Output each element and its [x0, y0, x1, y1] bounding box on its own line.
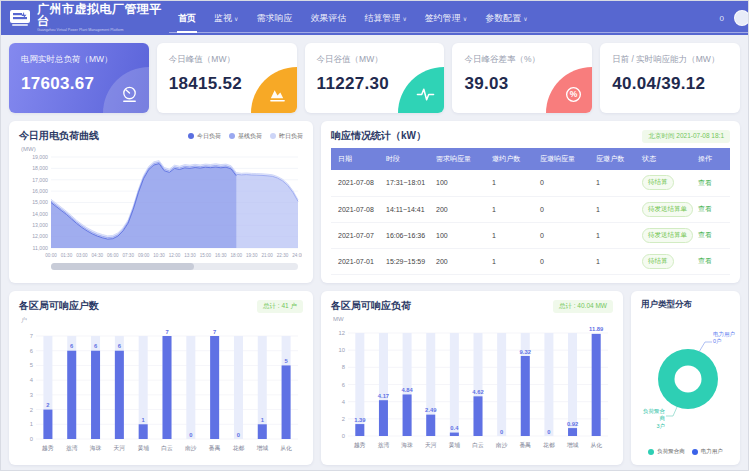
- load-curve-chart: 19,00018,00017,00016,00015,00014,00013,0…: [19, 152, 302, 260]
- svg-text:03:00: 03:00: [76, 253, 88, 258]
- svg-text:21:00: 21:00: [261, 253, 273, 258]
- app-logo: 广州市虚拟电厂管理平台 Guangzhou Virtual Power Plan…: [9, 3, 169, 33]
- user-type-panel: 用户类型分布 电力用户 0户 负荷聚合商 3户 负荷聚合商 电力用户: [631, 291, 740, 465]
- svg-text:00:00: 00:00: [45, 253, 57, 258]
- svg-text:7: 7: [213, 329, 216, 335]
- svg-text:6: 6: [30, 348, 33, 354]
- callout-load-aggregator: 负荷聚合商 3户: [641, 408, 665, 430]
- chart-scrollbar-thumb[interactable]: [51, 263, 194, 270]
- view-link[interactable]: 查看: [698, 179, 712, 186]
- chart-scrollbar[interactable]: [51, 263, 298, 270]
- legend-item-baseline-load[interactable]: 基线负荷: [229, 132, 262, 141]
- svg-text:13:30: 13:30: [184, 253, 196, 258]
- svg-text:10: 10: [339, 347, 345, 353]
- responsive-load-panel: 各区局可响应负荷 总计 : 40.04 MW MW 0246810121.39越…: [321, 291, 623, 465]
- svg-text:2: 2: [46, 402, 49, 408]
- nav-item-contract[interactable]: 签约管理∨: [416, 1, 476, 35]
- svg-text:0: 0: [500, 429, 503, 435]
- svg-text:16:30: 16:30: [215, 253, 227, 258]
- chevron-down-icon: ∨: [402, 15, 406, 22]
- response-stats-title: 响应情况统计（kW）: [331, 129, 426, 143]
- legend-dot: [648, 449, 654, 455]
- load-curve-legend: 今日负荷 基线负荷 昨日负荷: [188, 132, 303, 141]
- view-link[interactable]: 查看: [698, 205, 712, 212]
- user-type-legend: 负荷聚合商 电力用户: [641, 448, 730, 457]
- view-link[interactable]: 查看: [698, 231, 712, 238]
- svg-text:01:30: 01:30: [61, 253, 73, 258]
- nav-item-parameters[interactable]: 参数配置∨: [476, 1, 536, 35]
- svg-text:7: 7: [30, 333, 33, 339]
- svg-text:南沙: 南沙: [185, 445, 197, 452]
- svg-text:黄埔: 黄埔: [449, 442, 461, 449]
- svg-text:番禺: 番禺: [519, 441, 531, 449]
- legend-item-yesterday-load[interactable]: 昨日负荷: [270, 132, 303, 141]
- status-badge: 待结算: [642, 254, 674, 269]
- svg-text:8: 8: [342, 364, 345, 370]
- responsive-households-panel: 各区局可响应户数 总计 : 41 户 户 012345672越秀6荔湾6海珠6天…: [9, 291, 313, 465]
- svg-text:0: 0: [547, 429, 550, 435]
- notification-count[interactable]: 0: [720, 14, 724, 23]
- legend-dot: [188, 133, 194, 139]
- app-title: 广州市虚拟电厂管理平台: [37, 3, 169, 27]
- svg-text:2: 2: [30, 407, 33, 413]
- nav-item-demand-response[interactable]: 需求响应: [247, 1, 301, 35]
- main-nav: 首页 监视∨ 需求响应 效果评估 结算管理∨ 签约管理∨ 参数配置∨: [169, 1, 537, 35]
- svg-text:海珠: 海珠: [90, 445, 102, 452]
- dashboard-content: 电网实时总负荷（MW） 17603.67 今日峰值（MW） 18415.52: [1, 35, 748, 470]
- svg-text:22:30: 22:30: [277, 253, 289, 258]
- svg-text:4: 4: [30, 377, 34, 383]
- svg-text:南沙: 南沙: [496, 442, 508, 449]
- kpi-card-response-capability: 日前 / 实时响应能力（MW） 40.04/39.12: [600, 43, 740, 113]
- chevron-down-icon: ∨: [463, 15, 467, 22]
- beijing-time-badge: 北京时间 2021-07-08 18:1: [642, 130, 730, 143]
- svg-text:14,000: 14,000: [32, 211, 48, 217]
- app-window: 广州市虚拟电厂管理平台 Guangzhou Virtual Power Plan…: [0, 0, 749, 471]
- legend-item-load-aggregator[interactable]: 负荷聚合商: [648, 448, 685, 455]
- nav-item-effect-evaluation[interactable]: 效果评估: [301, 1, 355, 35]
- svg-text:天河: 天河: [114, 444, 126, 452]
- svg-text:11,000: 11,000: [33, 245, 49, 251]
- svg-text:0: 0: [237, 432, 240, 438]
- response-table: 日期 时段 需求响应量 邀约户数 应邀响应量 应邀户数 状态 操作 2021-0…: [331, 148, 730, 275]
- legend-item-today-load[interactable]: 今日负荷: [188, 132, 221, 141]
- svg-text:12,000: 12,000: [32, 233, 48, 239]
- svg-text:4.84: 4.84: [401, 387, 413, 393]
- legend-item-power-user[interactable]: 电力用户: [692, 448, 723, 455]
- svg-text:09:00: 09:00: [138, 253, 150, 258]
- table-row: 2021-07-0814:11~14:41200101 待发送结算单 查看: [331, 196, 730, 222]
- status-badge: 待发送结算单: [642, 202, 693, 217]
- svg-text:增城: 增城: [256, 445, 268, 452]
- view-link[interactable]: 查看: [698, 257, 712, 264]
- svg-text:15,000: 15,000: [32, 199, 48, 205]
- kpi-card-realtime-load: 电网实时总负荷（MW） 17603.67: [9, 43, 149, 113]
- kpi-card-today-valley: 今日谷值（MW） 11227.30: [305, 43, 445, 113]
- responsive-load-title: 各区局可响应负荷: [331, 299, 411, 313]
- app-logo-icon: [9, 9, 31, 27]
- nav-item-monitor[interactable]: 监视∨: [205, 1, 247, 35]
- svg-text:4: 4: [342, 399, 346, 405]
- top-header: 广州市虚拟电厂管理平台 Guangzhou Virtual Power Plan…: [1, 1, 748, 35]
- user-type-title: 用户类型分布: [641, 299, 730, 311]
- chevron-down-icon: ∨: [234, 15, 238, 22]
- response-stats-panel: 响应情况统计（kW） 北京时间 2021-07-08 18:1 日期 时段 需求…: [321, 121, 740, 283]
- table-row: 2021-07-0115:29~15:59200101 待结算 查看: [331, 248, 730, 274]
- peak-chart-icon: [268, 85, 287, 104]
- svg-text:0.4: 0.4: [450, 425, 459, 431]
- svg-text:10:30: 10:30: [153, 253, 165, 258]
- svg-text:1.39: 1.39: [354, 417, 366, 423]
- svg-text:从化: 从化: [280, 445, 292, 452]
- nav-item-home[interactable]: 首页: [169, 1, 205, 35]
- svg-text:19,000: 19,000: [32, 154, 48, 160]
- svg-text:0.92: 0.92: [567, 421, 578, 427]
- svg-text:越秀: 越秀: [354, 441, 366, 449]
- svg-text:3: 3: [30, 392, 33, 398]
- svg-text:12: 12: [339, 330, 345, 336]
- nav-item-settlement[interactable]: 结算管理∨: [355, 1, 415, 35]
- svg-text:06:00: 06:00: [107, 253, 119, 258]
- svg-text:0: 0: [30, 436, 33, 442]
- gauge-icon: [120, 85, 139, 104]
- svg-text:黄埔: 黄埔: [137, 445, 149, 452]
- legend-dot: [692, 449, 698, 455]
- svg-text:2.49: 2.49: [425, 407, 437, 413]
- user-avatar[interactable]: [734, 10, 749, 26]
